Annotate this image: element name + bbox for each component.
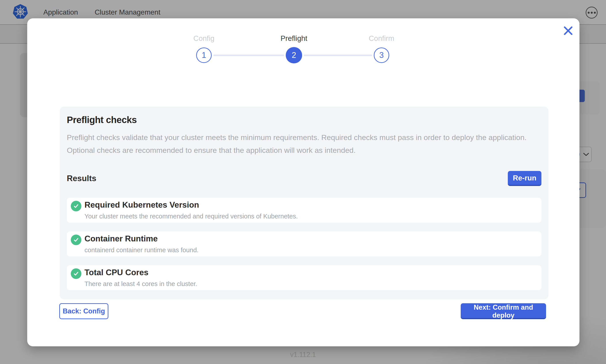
step-circle-3[interactable]: 3 (374, 48, 389, 63)
back-config-button[interactable]: Back: Config (59, 303, 108, 319)
step-connector (213, 54, 284, 56)
preflight-modal: Config Preflight Confirm 1 2 3 Preflight… (27, 18, 579, 346)
check-description: containerd container runtime was found. (84, 247, 199, 254)
check-description: There are at least 4 cores in the cluste… (84, 280, 197, 287)
check-title: Required Kubernetes Version (84, 200, 199, 210)
check-title: Total CPU Cores (84, 268, 148, 277)
results-header-row: Results Re-run (67, 171, 541, 186)
step-label-confirm: Confirm (351, 34, 413, 43)
check-results-list: Required Kubernetes Version Your cluster… (67, 198, 541, 290)
step-label-config: Config (173, 34, 235, 43)
check-title: Container Runtime (84, 234, 158, 243)
step-label-preflight: Preflight (263, 34, 325, 43)
next-confirm-deploy-button[interactable]: Next: Confirm and deploy (461, 303, 546, 319)
results-heading: Results (67, 174, 96, 183)
close-icon[interactable] (563, 25, 574, 37)
screen: Application Cluster Management 0 y v1.11… (0, 0, 606, 364)
check-row-kubernetes-version: Required Kubernetes Version Your cluster… (67, 198, 541, 223)
modal-description: Preflight checks validate that your clus… (67, 131, 540, 156)
check-row-total-cpu-cores: Total CPU Cores There are at least 4 cor… (67, 265, 541, 290)
check-pass-icon (71, 234, 81, 245)
step-circle-1[interactable]: 1 (196, 48, 212, 63)
rerun-button[interactable]: Re-run (508, 171, 541, 186)
modal-title: Preflight checks (67, 115, 541, 125)
check-row-container-runtime: Container Runtime containerd container r… (67, 232, 541, 256)
step-circle-2[interactable]: 2 (286, 47, 302, 63)
check-pass-icon (71, 201, 81, 211)
check-description: Your cluster meets the recommended and r… (84, 213, 298, 220)
step-connector (304, 54, 372, 56)
check-pass-icon (71, 268, 81, 279)
preflight-card: Preflight checks Preflight checks valida… (60, 107, 549, 299)
